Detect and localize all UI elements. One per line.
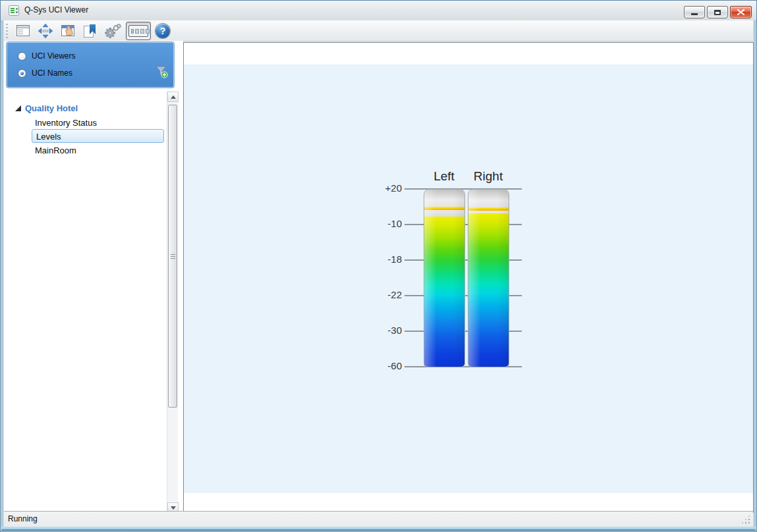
tree-item-mainroom[interactable]: MainRoom — [35, 144, 76, 157]
stereo-meter: Left Right +20 -10 -18 -22 -30 -60 — [184, 43, 753, 512]
uci-names-option[interactable]: UCI Names — [18, 68, 72, 78]
interact-button[interactable] — [58, 22, 78, 40]
uci-names-label: UCI Names — [32, 68, 72, 78]
radio-unselected-icon[interactable] — [18, 52, 26, 61]
maximize-button[interactable] — [707, 6, 728, 18]
scrollbar-thumb[interactable] — [168, 105, 177, 408]
peak-hold-indicator — [468, 207, 509, 211]
scale-label: -10 — [368, 218, 402, 229]
layout-panels-button[interactable] — [13, 22, 33, 40]
help-icon: ? — [155, 24, 170, 38]
minimize-icon — [691, 13, 698, 15]
window-controls — [684, 1, 752, 18]
tree-root-label: Quality Hotel — [25, 103, 78, 113]
layout-panels-icon — [16, 25, 30, 36]
pan-button[interactable] — [35, 22, 56, 40]
bookmark-icon — [84, 24, 96, 37]
statusbar: Running — [4, 511, 753, 527]
app-window: Q-Sys UCI Viewer — [0, 0, 757, 532]
meter-headroom — [468, 211, 509, 213]
arrow-up-icon — [171, 95, 176, 99]
meter-headroom — [424, 190, 464, 207]
status-text: Running — [8, 514, 38, 523]
resize-grip-icon[interactable] — [742, 516, 751, 525]
bookmark-button[interactable] — [80, 22, 99, 40]
app-icon — [9, 5, 19, 16]
settings-button[interactable] — [101, 22, 124, 40]
tree-item-quality-hotel[interactable]: Quality Hotel — [4, 101, 78, 115]
window-title: Q-Sys UCI Viewer — [24, 5, 88, 14]
meter-fill — [424, 217, 464, 367]
peak-hold-indicator — [424, 207, 464, 210]
scale-label: -30 — [368, 325, 402, 336]
pan-arrows-icon — [38, 23, 53, 39]
minimize-button[interactable] — [684, 6, 705, 18]
tree-item-levels[interactable]: Levels — [32, 129, 164, 143]
tree-expanded-icon[interactable] — [15, 105, 21, 111]
radio-selected-icon[interactable] — [18, 69, 26, 78]
uci-toolbar-icon — [128, 25, 148, 37]
uci-viewers-option[interactable]: UCI Viewers — [18, 51, 75, 61]
filter-add-icon[interactable] — [154, 65, 169, 79]
uci-filter-panel: UCI Viewers UCI Names — [6, 41, 175, 88]
arrow-down-icon — [171, 506, 176, 510]
interact-hand-icon — [61, 25, 74, 36]
scrollbar-gripper-icon — [171, 256, 175, 257]
meter-fill — [468, 213, 509, 367]
sidebar: UCI Viewers UCI Names Quality Hotel Inve… — [4, 41, 183, 512]
scale-label: -60 — [368, 360, 402, 371]
toolbar: ? — [1, 20, 756, 41]
titlebar[interactable]: Q-Sys UCI Viewer — [1, 1, 756, 21]
scroll-up-button[interactable] — [167, 92, 179, 102]
tree-item-inventory-status[interactable]: Inventory Status — [35, 117, 97, 130]
uci-viewers-label: UCI Viewers — [32, 51, 75, 61]
meter-bar-right — [468, 189, 509, 367]
tree-scrollbar[interactable] — [167, 92, 178, 513]
meter-left-label: Left — [422, 169, 466, 184]
scale-label: -22 — [368, 289, 402, 300]
scale-label: -18 — [368, 253, 402, 265]
scale-label: +20 — [368, 182, 402, 194]
close-icon — [737, 9, 744, 15]
maximize-icon — [714, 10, 721, 15]
help-button[interactable]: ? — [153, 22, 173, 40]
uci-view-panel: Left Right +20 -10 -18 -22 -30 -60 — [183, 42, 754, 513]
toolbar-grip[interactable] — [6, 24, 8, 38]
settings-gears-icon — [104, 23, 121, 39]
meter-bar-left — [424, 189, 465, 367]
uci-toolbar-button[interactable] — [126, 22, 151, 40]
window-frame-bottom — [1, 527, 756, 531]
meter-right-label: Right — [466, 169, 511, 184]
close-button[interactable] — [730, 6, 752, 18]
meter-headroom — [424, 210, 464, 217]
meter-headroom — [468, 190, 509, 207]
